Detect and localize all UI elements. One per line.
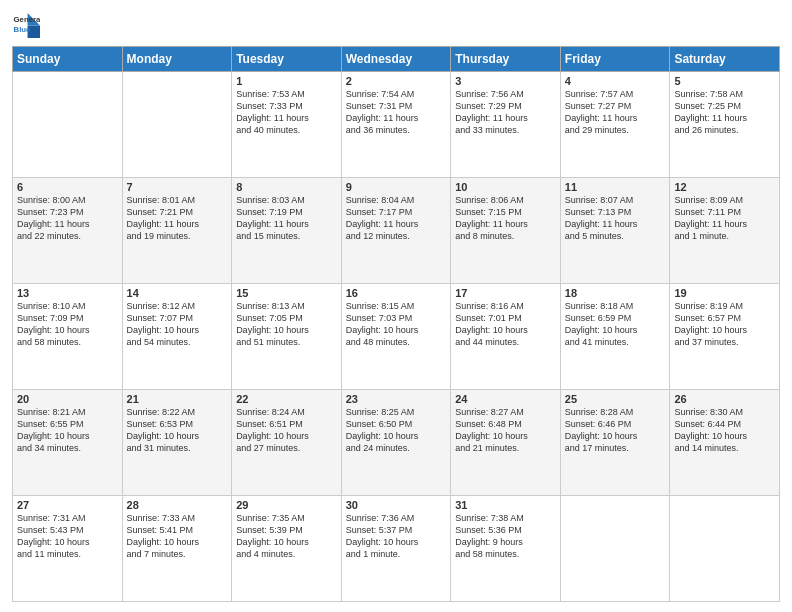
day-info: Sunrise: 7:36 AM Sunset: 5:37 PM Dayligh… [346, 512, 447, 561]
day-number: 6 [17, 181, 118, 193]
day-number: 17 [455, 287, 556, 299]
day-info: Sunrise: 8:28 AM Sunset: 6:46 PM Dayligh… [565, 406, 666, 455]
calendar-cell: 28Sunrise: 7:33 AM Sunset: 5:41 PM Dayli… [122, 496, 232, 602]
calendar-cell: 3Sunrise: 7:56 AM Sunset: 7:29 PM Daylig… [451, 72, 561, 178]
calendar-cell: 7Sunrise: 8:01 AM Sunset: 7:21 PM Daylig… [122, 178, 232, 284]
day-info: Sunrise: 7:58 AM Sunset: 7:25 PM Dayligh… [674, 88, 775, 137]
calendar-cell: 17Sunrise: 8:16 AM Sunset: 7:01 PM Dayli… [451, 284, 561, 390]
day-info: Sunrise: 8:03 AM Sunset: 7:19 PM Dayligh… [236, 194, 337, 243]
column-header-monday: Monday [122, 47, 232, 72]
day-number: 21 [127, 393, 228, 405]
day-info: Sunrise: 8:07 AM Sunset: 7:13 PM Dayligh… [565, 194, 666, 243]
day-info: Sunrise: 8:12 AM Sunset: 7:07 PM Dayligh… [127, 300, 228, 349]
calendar-cell [122, 72, 232, 178]
logo-icon: General Blue [12, 10, 40, 38]
day-number: 2 [346, 75, 447, 87]
calendar-header-row: SundayMondayTuesdayWednesdayThursdayFrid… [13, 47, 780, 72]
day-number: 18 [565, 287, 666, 299]
day-info: Sunrise: 7:53 AM Sunset: 7:33 PM Dayligh… [236, 88, 337, 137]
day-info: Sunrise: 8:04 AM Sunset: 7:17 PM Dayligh… [346, 194, 447, 243]
calendar-cell [560, 496, 670, 602]
day-number: 14 [127, 287, 228, 299]
calendar-cell: 9Sunrise: 8:04 AM Sunset: 7:17 PM Daylig… [341, 178, 451, 284]
page: General Blue SundayMondayTuesdayWednesda… [0, 0, 792, 612]
calendar-cell: 24Sunrise: 8:27 AM Sunset: 6:48 PM Dayli… [451, 390, 561, 496]
day-number: 9 [346, 181, 447, 193]
day-info: Sunrise: 8:15 AM Sunset: 7:03 PM Dayligh… [346, 300, 447, 349]
column-header-wednesday: Wednesday [341, 47, 451, 72]
column-header-tuesday: Tuesday [232, 47, 342, 72]
calendar-cell: 30Sunrise: 7:36 AM Sunset: 5:37 PM Dayli… [341, 496, 451, 602]
day-info: Sunrise: 8:27 AM Sunset: 6:48 PM Dayligh… [455, 406, 556, 455]
day-info: Sunrise: 7:31 AM Sunset: 5:43 PM Dayligh… [17, 512, 118, 561]
day-number: 16 [346, 287, 447, 299]
calendar-cell: 8Sunrise: 8:03 AM Sunset: 7:19 PM Daylig… [232, 178, 342, 284]
calendar-week-4: 20Sunrise: 8:21 AM Sunset: 6:55 PM Dayli… [13, 390, 780, 496]
day-number: 8 [236, 181, 337, 193]
calendar-week-3: 13Sunrise: 8:10 AM Sunset: 7:09 PM Dayli… [13, 284, 780, 390]
calendar-cell: 2Sunrise: 7:54 AM Sunset: 7:31 PM Daylig… [341, 72, 451, 178]
calendar-cell: 25Sunrise: 8:28 AM Sunset: 6:46 PM Dayli… [560, 390, 670, 496]
svg-text:General: General [14, 15, 40, 24]
day-info: Sunrise: 8:19 AM Sunset: 6:57 PM Dayligh… [674, 300, 775, 349]
day-info: Sunrise: 7:33 AM Sunset: 5:41 PM Dayligh… [127, 512, 228, 561]
day-number: 4 [565, 75, 666, 87]
day-number: 11 [565, 181, 666, 193]
day-info: Sunrise: 8:30 AM Sunset: 6:44 PM Dayligh… [674, 406, 775, 455]
day-number: 30 [346, 499, 447, 511]
day-number: 22 [236, 393, 337, 405]
column-header-sunday: Sunday [13, 47, 123, 72]
calendar-cell: 12Sunrise: 8:09 AM Sunset: 7:11 PM Dayli… [670, 178, 780, 284]
svg-text:Blue: Blue [14, 25, 32, 34]
column-header-saturday: Saturday [670, 47, 780, 72]
day-number: 24 [455, 393, 556, 405]
day-number: 15 [236, 287, 337, 299]
day-number: 31 [455, 499, 556, 511]
day-info: Sunrise: 8:00 AM Sunset: 7:23 PM Dayligh… [17, 194, 118, 243]
day-number: 20 [17, 393, 118, 405]
calendar-cell: 27Sunrise: 7:31 AM Sunset: 5:43 PM Dayli… [13, 496, 123, 602]
column-header-thursday: Thursday [451, 47, 561, 72]
calendar-cell: 26Sunrise: 8:30 AM Sunset: 6:44 PM Dayli… [670, 390, 780, 496]
day-number: 12 [674, 181, 775, 193]
calendar-week-2: 6Sunrise: 8:00 AM Sunset: 7:23 PM Daylig… [13, 178, 780, 284]
day-info: Sunrise: 7:56 AM Sunset: 7:29 PM Dayligh… [455, 88, 556, 137]
day-info: Sunrise: 7:38 AM Sunset: 5:36 PM Dayligh… [455, 512, 556, 561]
calendar-cell: 15Sunrise: 8:13 AM Sunset: 7:05 PM Dayli… [232, 284, 342, 390]
calendar-cell: 20Sunrise: 8:21 AM Sunset: 6:55 PM Dayli… [13, 390, 123, 496]
day-info: Sunrise: 8:21 AM Sunset: 6:55 PM Dayligh… [17, 406, 118, 455]
day-info: Sunrise: 8:16 AM Sunset: 7:01 PM Dayligh… [455, 300, 556, 349]
calendar-cell: 18Sunrise: 8:18 AM Sunset: 6:59 PM Dayli… [560, 284, 670, 390]
calendar-cell: 22Sunrise: 8:24 AM Sunset: 6:51 PM Dayli… [232, 390, 342, 496]
day-number: 1 [236, 75, 337, 87]
day-info: Sunrise: 8:09 AM Sunset: 7:11 PM Dayligh… [674, 194, 775, 243]
calendar-cell: 5Sunrise: 7:58 AM Sunset: 7:25 PM Daylig… [670, 72, 780, 178]
calendar-cell: 16Sunrise: 8:15 AM Sunset: 7:03 PM Dayli… [341, 284, 451, 390]
day-number: 7 [127, 181, 228, 193]
day-info: Sunrise: 8:10 AM Sunset: 7:09 PM Dayligh… [17, 300, 118, 349]
day-number: 25 [565, 393, 666, 405]
day-info: Sunrise: 8:06 AM Sunset: 7:15 PM Dayligh… [455, 194, 556, 243]
day-info: Sunrise: 8:13 AM Sunset: 7:05 PM Dayligh… [236, 300, 337, 349]
day-info: Sunrise: 7:35 AM Sunset: 5:39 PM Dayligh… [236, 512, 337, 561]
day-number: 19 [674, 287, 775, 299]
day-info: Sunrise: 8:18 AM Sunset: 6:59 PM Dayligh… [565, 300, 666, 349]
calendar-cell: 4Sunrise: 7:57 AM Sunset: 7:27 PM Daylig… [560, 72, 670, 178]
calendar-cell: 21Sunrise: 8:22 AM Sunset: 6:53 PM Dayli… [122, 390, 232, 496]
calendar-cell: 19Sunrise: 8:19 AM Sunset: 6:57 PM Dayli… [670, 284, 780, 390]
day-number: 5 [674, 75, 775, 87]
column-header-friday: Friday [560, 47, 670, 72]
calendar-cell: 11Sunrise: 8:07 AM Sunset: 7:13 PM Dayli… [560, 178, 670, 284]
day-info: Sunrise: 8:24 AM Sunset: 6:51 PM Dayligh… [236, 406, 337, 455]
calendar-week-5: 27Sunrise: 7:31 AM Sunset: 5:43 PM Dayli… [13, 496, 780, 602]
calendar-cell: 1Sunrise: 7:53 AM Sunset: 7:33 PM Daylig… [232, 72, 342, 178]
day-number: 3 [455, 75, 556, 87]
day-number: 26 [674, 393, 775, 405]
day-info: Sunrise: 7:57 AM Sunset: 7:27 PM Dayligh… [565, 88, 666, 137]
logo: General Blue [12, 10, 40, 38]
calendar-cell: 13Sunrise: 8:10 AM Sunset: 7:09 PM Dayli… [13, 284, 123, 390]
day-number: 13 [17, 287, 118, 299]
day-info: Sunrise: 8:25 AM Sunset: 6:50 PM Dayligh… [346, 406, 447, 455]
calendar-cell: 29Sunrise: 7:35 AM Sunset: 5:39 PM Dayli… [232, 496, 342, 602]
day-number: 28 [127, 499, 228, 511]
